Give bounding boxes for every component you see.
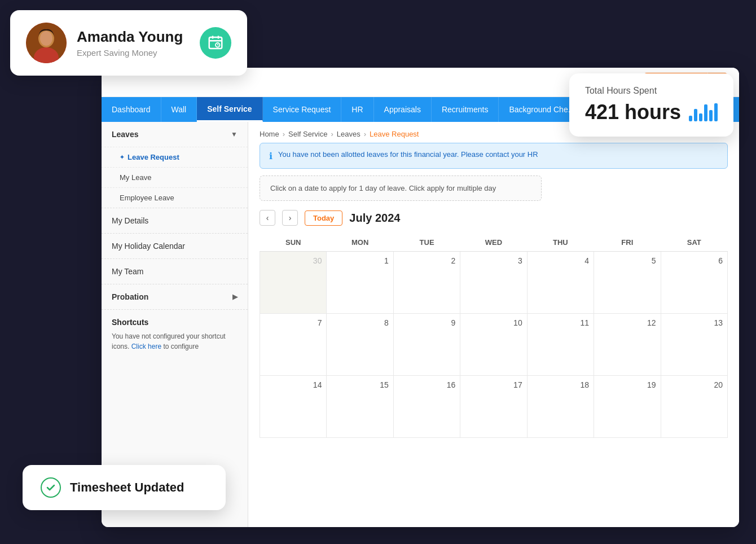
sidebar-leaves-label: Leaves [112, 130, 138, 139]
main-content: Home › Self Service › Leaves › Leave Req… [248, 122, 739, 527]
calendar-day[interactable]: 30 [260, 252, 327, 314]
nav-item-recruitments[interactable]: Recruitments [432, 97, 499, 122]
calendar-day[interactable]: 5 [594, 252, 661, 314]
hours-label: Total Hours Spent [585, 86, 718, 96]
profile-title: Expert Saving Money [77, 48, 190, 58]
calendar-prev-button[interactable]: ‹ [260, 210, 275, 226]
nav-item-appraisals[interactable]: Appraisals [374, 97, 432, 122]
col-thu: THU [527, 234, 594, 252]
toast-card: Timesheet Updated [23, 465, 226, 510]
sidebar-my-team[interactable]: My Team [102, 259, 248, 284]
col-wed: WED [460, 234, 527, 252]
svg-rect-4 [209, 37, 222, 49]
calendar-day[interactable]: 15 [327, 376, 393, 438]
calendar-day[interactable]: 9 [393, 314, 460, 376]
shortcuts-link[interactable]: Click here [131, 343, 161, 350]
col-mon: MON [327, 234, 393, 252]
sidebar-probation-header[interactable]: Probation ▶ [102, 284, 248, 309]
today-button[interactable]: Today [305, 210, 342, 226]
calendar-day[interactable]: 19 [594, 376, 661, 438]
sidebar-leave-request[interactable]: Leave Request [102, 147, 248, 167]
calendar-nav: ‹ › Today July 2024 [260, 210, 728, 226]
calendar-day[interactable]: 7 [260, 314, 327, 376]
nav-item-dashboard[interactable]: Dashboard [102, 97, 161, 122]
calendar-day[interactable]: 18 [527, 376, 594, 438]
sidebar-leaves-header[interactable]: Leaves ▼ [102, 122, 248, 147]
nav-item-hr[interactable]: HR [341, 97, 373, 122]
nav-item-service-request[interactable]: Service Request [263, 97, 342, 122]
profile-card: Amanda Young Expert Saving Money [10, 10, 247, 76]
nav-item-wall[interactable]: Wall [161, 97, 197, 122]
click-info-text: Click on a date to apply for 1 day of le… [270, 184, 496, 192]
chevron-down-icon: ▼ [231, 130, 238, 138]
calendar-day[interactable]: 2 [393, 252, 460, 314]
calendar-day[interactable]: 6 [661, 252, 727, 314]
shortcuts-text: You have not configured your shortcut ic… [112, 331, 238, 352]
info-banner-text: You have not been allotted leaves for th… [278, 150, 538, 159]
sidebar-my-holiday-calendar[interactable]: My Holiday Calendar [102, 234, 248, 259]
col-fri: FRI [594, 234, 661, 252]
calendar-day[interactable]: 12 [594, 314, 661, 376]
sidebar-section-leaves: Leaves ▼ Leave Request My Leave Employee… [102, 122, 248, 208]
breadcrumb-leaves[interactable]: Leaves [337, 130, 361, 138]
breadcrumb-current: Leave Request [370, 130, 419, 138]
hours-card: Total Hours Spent 421 hours [569, 73, 733, 137]
svg-point-3 [40, 31, 52, 46]
info-icon: ℹ [269, 151, 272, 161]
check-circle-icon [41, 477, 61, 498]
sidebar-employee-leave[interactable]: Employee Leave [102, 187, 248, 208]
calendar-day[interactable]: 16 [393, 376, 460, 438]
calendar-month-label: July 2024 [349, 212, 400, 225]
profile-name: Amanda Young [77, 28, 190, 46]
calendar-section: ‹ › Today July 2024 SUN MON TUE WED THU … [248, 210, 739, 438]
calendar-day[interactable]: 10 [460, 314, 527, 376]
sidebar-my-leave[interactable]: My Leave [102, 167, 248, 187]
calendar-header-row: SUN MON TUE WED THU FRI SAT [260, 234, 728, 252]
calendar-day[interactable]: 8 [327, 314, 393, 376]
breadcrumb-self-service[interactable]: Self Service [288, 130, 327, 138]
calendar-day[interactable]: 13 [661, 314, 727, 376]
calendar-day[interactable]: 17 [460, 376, 527, 438]
app-window: Create New ▼ Dashboard Wall Self Service… [102, 68, 739, 527]
profile-info: Amanda Young Expert Saving Money [77, 28, 190, 58]
calendar-day[interactable]: 14 [260, 376, 327, 438]
info-banner: ℹ You have not been allotted leaves for … [260, 143, 728, 169]
calendar-day[interactable]: 4 [527, 252, 594, 314]
calendar-grid: SUN MON TUE WED THU FRI SAT 301234567891… [260, 234, 728, 438]
avatar [26, 23, 67, 63]
sidebar-my-details[interactable]: My Details [102, 208, 248, 234]
shortcuts-title: Shortcuts [112, 318, 238, 327]
hours-value: 421 hours [585, 100, 681, 124]
toast-text: Timesheet Updated [70, 480, 184, 495]
col-sun: SUN [260, 234, 327, 252]
calendar-clock-icon [200, 27, 231, 59]
calendar-day[interactable]: 11 [527, 314, 594, 376]
calendar-next-button[interactable]: › [282, 210, 298, 226]
hours-chart [689, 103, 718, 121]
breadcrumb-home[interactable]: Home [260, 130, 279, 138]
calendar-day[interactable]: 20 [661, 376, 727, 438]
calendar-day[interactable]: 3 [460, 252, 527, 314]
calendar-day[interactable]: 1 [327, 252, 393, 314]
col-sat: SAT [661, 234, 727, 252]
click-info-box: Click on a date to apply for 1 day of le… [260, 176, 542, 201]
chevron-right-icon: ▶ [232, 293, 238, 301]
sidebar-section-probation: Probation ▶ [102, 284, 248, 310]
shortcuts-section: Shortcuts You have not configured your s… [102, 310, 248, 359]
nav-item-self-service[interactable]: Self Service [197, 97, 262, 122]
col-tue: TUE [393, 234, 460, 252]
